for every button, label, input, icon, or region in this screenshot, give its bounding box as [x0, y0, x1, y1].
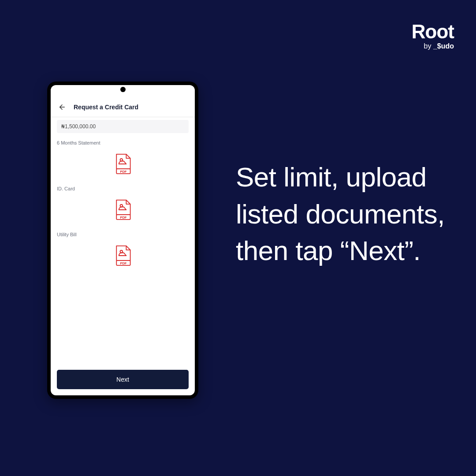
svg-text:PDF: PDF — [120, 261, 126, 265]
svg-text:PDF: PDF — [120, 216, 126, 219]
upload-slot-utility[interactable]: PDF — [57, 245, 189, 266]
app-container: Request a Credit Card ₦1,500,000.00 6 Mo… — [51, 85, 195, 395]
app-body: ₦1,500,000.00 6 Months Statement PDF ID.… — [51, 120, 195, 364]
instruction-text: Set limit, upload listed documents, then… — [236, 159, 476, 269]
pdf-icon: PDF — [114, 245, 132, 266]
page-title: Request a Credit Card — [74, 104, 138, 111]
svg-text:PDF: PDF — [120, 170, 126, 174]
section-label-utility: Utility Bill — [57, 232, 189, 237]
arrow-left-icon — [58, 103, 66, 111]
back-button[interactable] — [58, 103, 67, 112]
phone-screen: Request a Credit Card ₦1,500,000.00 6 Mo… — [51, 85, 195, 395]
brand-by-sudo: _$udo — [433, 42, 454, 50]
section-label-idcard: ID. Card — [57, 186, 189, 191]
brand-by-prefix: by — [424, 42, 433, 50]
brand-name: Root — [412, 22, 454, 41]
pdf-icon: PDF — [114, 153, 132, 175]
upload-slot-statement[interactable]: PDF — [57, 153, 189, 175]
header-divider — [51, 117, 195, 117]
app-header: Request a Credit Card — [51, 97, 195, 117]
amount-input[interactable]: ₦1,500,000.00 — [57, 120, 189, 133]
next-button[interactable]: Next — [57, 370, 189, 389]
brand-byline: by _$udo — [412, 42, 454, 50]
phone-mockup: Request a Credit Card ₦1,500,000.00 6 Mo… — [47, 82, 198, 399]
brand-logo: Root by _$udo — [412, 22, 454, 50]
phone-camera-dot — [120, 87, 126, 92]
pdf-icon: PDF — [114, 199, 132, 220]
upload-slot-idcard[interactable]: PDF — [57, 199, 189, 220]
section-label-statement: 6 Months Statement — [57, 140, 189, 145]
app-footer: Next — [51, 364, 195, 395]
